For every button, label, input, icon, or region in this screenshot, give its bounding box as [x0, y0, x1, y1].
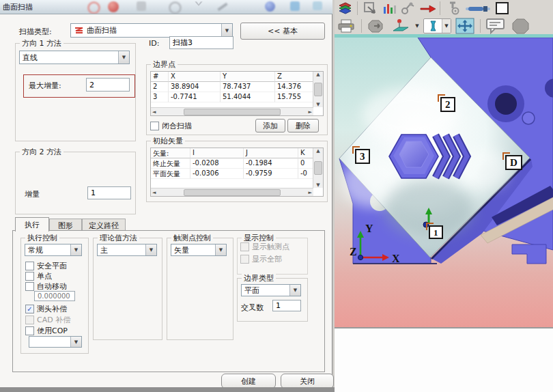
table-cell[interactable]: -0.0306 — [190, 169, 244, 179]
probe-target-icon[interactable] — [444, 1, 461, 16]
auto-move-distance-input[interactable] — [34, 291, 75, 301]
show-all-checkbox[interactable]: 显示全部 — [240, 254, 282, 264]
chevron-down-icon[interactable]: ▼ — [118, 51, 129, 64]
checkbox-box[interactable] — [150, 122, 159, 130]
dialog-titlebar[interactable]: 曲面扫描 — [0, 0, 332, 14]
direction1-method-combo[interactable]: 直线 ▼ — [19, 51, 130, 64]
chevron-down-icon[interactable]: ▼ — [221, 24, 232, 37]
table-cell[interactable]: 终止矢量 — [151, 158, 190, 169]
chevron-down-icon[interactable]: ▼ — [442, 19, 451, 33]
initial-vectors-title: 初始矢量 — [151, 136, 185, 146]
exec-mode-combo[interactable]: 常规 ▼ — [25, 244, 82, 256]
col-header[interactable]: I — [190, 148, 244, 158]
cad-comp-checkbox[interactable]: CAD 补偿 — [25, 315, 70, 325]
feature-marker-2[interactable]: 2 — [440, 97, 455, 112]
checkbox-box[interactable] — [240, 255, 249, 264]
separator — [361, 19, 362, 33]
checkbox-box[interactable] — [25, 282, 34, 291]
probe-comp-checkbox[interactable]: ✓测头补偿 — [25, 304, 67, 314]
table-cell[interactable]: 14.376 — [275, 82, 313, 92]
col-header[interactable]: J — [244, 148, 298, 158]
increment-input[interactable] — [87, 186, 131, 199]
max-increment-input[interactable] — [86, 78, 130, 92]
checkbox-box[interactable] — [240, 242, 249, 251]
col-header[interactable]: # — [151, 72, 169, 82]
probe-select-combo[interactable]: ▼ — [423, 18, 451, 33]
print-icon[interactable] — [337, 18, 357, 33]
scan-type-combo[interactable]: 曲面扫描 ▼ — [70, 23, 233, 38]
checkbox-box[interactable] — [25, 316, 34, 324]
nominals-combo[interactable]: 主 ▼ — [97, 244, 157, 256]
chevron-down-icon[interactable]: ▼ — [145, 244, 156, 255]
table-cell[interactable]: 平面矢量 — [151, 169, 190, 179]
vector-select-icon[interactable] — [362, 1, 378, 16]
col-header[interactable]: Z — [275, 72, 313, 82]
checkbox-box[interactable] — [25, 326, 34, 335]
close-button[interactable]: 关闭 — [281, 374, 334, 389]
red-arrow-icon[interactable] — [419, 1, 436, 16]
tab-execute[interactable]: 执行 — [15, 217, 49, 232]
chevron-down-icon[interactable]: ▼ — [215, 244, 226, 255]
boundary-type-combo[interactable]: 平面 ▼ — [241, 284, 301, 296]
table-cell[interactable]: -0.1984 — [244, 158, 298, 169]
boundary-points-table[interactable]: # X Y Z 2 38.8904 78.7437 14.376 3 -0.77… — [150, 71, 324, 116]
basic-toggle-button[interactable]: << 基本 — [240, 23, 325, 40]
col-header[interactable]: K — [298, 148, 313, 158]
solid-view-icon[interactable] — [509, 18, 531, 33]
initial-vectors-table[interactable]: 矢量: I J K 终止矢量 -0.0208 -0.1984 0 平面矢量 -0… — [150, 148, 324, 197]
stamp-icon[interactable] — [366, 18, 388, 33]
zoom-slider-icon[interactable] — [464, 1, 492, 16]
create-button[interactable]: 创建 — [221, 374, 276, 389]
col-header[interactable]: X — [169, 72, 221, 82]
id-input[interactable] — [169, 36, 233, 49]
add-button[interactable]: 添加 — [255, 119, 285, 132]
chevron-down-icon[interactable]: ▼ — [70, 244, 81, 255]
auto-move-checkbox[interactable]: 自动移动 — [25, 281, 67, 292]
layers-icon[interactable] — [337, 1, 353, 16]
col-header[interactable]: 矢量: — [151, 148, 190, 158]
col-header[interactable]: Y — [221, 72, 275, 82]
table-cell[interactable]: 51.4044 — [221, 92, 275, 102]
table-cell[interactable]: 38.8904 — [169, 82, 221, 92]
closed-scan-checkbox[interactable]: 闭合扫描 — [150, 121, 192, 131]
hit-control-combo[interactable]: 矢量 ▼ — [171, 244, 227, 256]
checkbox-box[interactable] — [25, 262, 34, 270]
chevron-down-icon[interactable]: ▼ — [414, 18, 421, 33]
scan-type-label: 扫描类型: — [19, 27, 52, 37]
histogram-icon[interactable] — [381, 1, 397, 16]
cad-viewport[interactable]: Y X Z — [335, 38, 553, 327]
feature-marker-d[interactable]: D — [505, 155, 522, 170]
ghost-blue-sphere-icon — [265, 1, 275, 12]
crossings-input[interactable] — [272, 300, 301, 311]
table-cell[interactable]: 0 — [298, 158, 313, 169]
cop-combo[interactable]: ▼ — [29, 336, 82, 348]
table-cell[interactable]: -0.9759 — [244, 169, 298, 179]
feature-marker-1[interactable]: 1 — [429, 225, 443, 239]
feature-marker-3[interactable]: 3 — [355, 149, 370, 164]
delete-button[interactable]: 删除 — [287, 119, 319, 132]
table-cell[interactable]: -0 — [298, 169, 313, 179]
table-cell[interactable]: 78.7437 — [221, 82, 275, 92]
chevron-down-icon[interactable]: ▼ — [289, 285, 300, 296]
robot-arm-icon[interactable] — [400, 1, 416, 16]
single-point-checkbox[interactable]: 单点 — [25, 271, 52, 281]
table-cell[interactable]: 3 — [151, 92, 169, 102]
vertical-scrollbar[interactable]: ▲▼ — [313, 72, 323, 107]
probe-plane-icon[interactable] — [391, 18, 411, 33]
table-cell[interactable]: -0.0208 — [190, 158, 244, 169]
chevron-down-icon[interactable]: ▼ — [70, 337, 81, 347]
table-cell[interactable]: 2 — [151, 82, 169, 92]
horizontal-scrollbar[interactable]: ◄► — [151, 107, 313, 115]
table-cell[interactable]: 15.755 — [275, 92, 313, 102]
use-cop-checkbox[interactable]: 使用COP — [25, 326, 68, 336]
safe-plane-checkbox[interactable]: 安全平面 — [25, 261, 67, 271]
show-hits-checkbox[interactable]: 显示触测点 — [240, 242, 289, 252]
blank-view-icon[interactable] — [495, 1, 509, 16]
comment-icon[interactable] — [485, 18, 507, 33]
table-cell[interactable]: -0.7741 — [169, 92, 221, 102]
horizontal-scrollbar[interactable]: ◄► — [151, 188, 313, 196]
checkbox-box[interactable] — [25, 272, 34, 281]
move-view-icon[interactable] — [454, 18, 476, 33]
checkbox-box[interactable]: ✓ — [25, 305, 34, 313]
vertical-scrollbar[interactable]: ▲▼ — [313, 148, 323, 188]
